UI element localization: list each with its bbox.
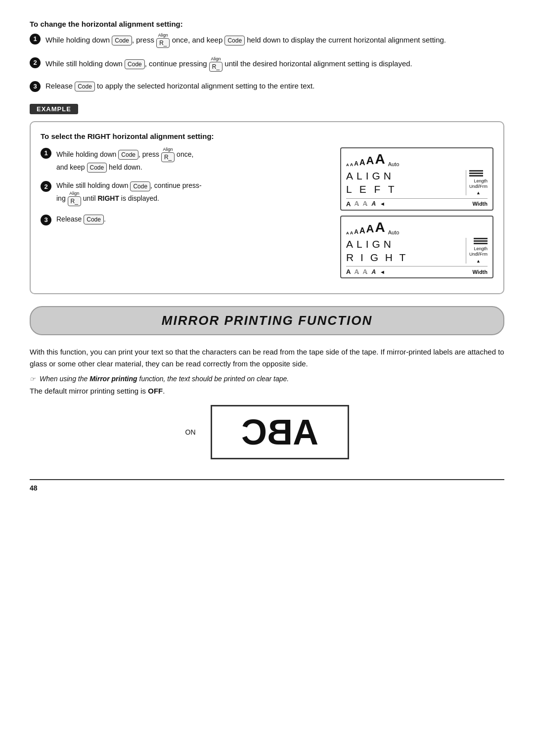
bot-a3: 𝔸 [363,200,367,207]
ex-step-3: 3 Release Code. [41,214,330,225]
mirror-abc-text: ABC [241,412,318,452]
bot-b2: 𝔸 [355,268,359,275]
page-content: To change the horizontal alignment setti… [30,20,504,492]
font-sz-a6: A [375,151,385,167]
mirror-demo: ON ABC [30,405,504,459]
note-text: When using the Mirror printing function,… [40,375,289,383]
bot-a4: A [371,200,376,207]
ex-code-4: Code [84,215,104,224]
arrow-up-1: ▲ [469,190,488,195]
mirror-box: ABC [211,405,349,459]
lcd-display-2: A A A A A A Auto ALIGN R I G H T [340,216,493,279]
code-key-4: Code [75,82,95,91]
step-3: 3 Release Code to apply the selected hor… [30,81,504,92]
bot-b4: A [371,268,376,275]
code-key-1: Code [112,36,132,45]
step-1-content: While holding down Code, press Align R_ … [45,33,504,48]
font-sz-a2: A [350,162,354,167]
code-key-3: Code [125,59,145,69]
font-sz-b1: A [346,231,349,235]
font-sz-a4: A [359,158,365,167]
step-2-num: 2 [30,57,41,68]
ex-step-1: 1 While holding down Code, press Align R… [41,147,330,173]
step-2: 2 While still holding down Code, continu… [30,57,504,72]
on-label: ON [185,428,196,436]
step-2-content: While still holding down Code, continue … [45,57,504,72]
lcd-bottom-2: A 𝔸 𝔸 A ◄ Width [346,266,488,275]
mirror-desc: With this function, you can print your t… [30,346,504,370]
font-sz-a1: A [346,163,349,167]
note-icon: ☞ [30,375,36,383]
font-sz-b4: A [359,226,365,235]
font-sz-b5: A [366,222,374,235]
example-steps: 1 While holding down Code, press Align R… [41,147,330,225]
step-1: 1 While holding down Code, press Align R… [30,33,504,48]
example-title: To select the RIGHT horizontal alignment… [41,132,493,140]
length-label-1: Length [469,178,488,184]
ex-code-3: Code [130,181,150,191]
mirror-header: MIRROR PRINTING FUNCTION [30,306,504,335]
ex-step-3-content: Release Code. [56,214,330,224]
font-sz-b2: A [350,230,354,235]
lcd-displays: A A A A A A Auto ALIGN L E F T [340,147,493,283]
bot-arrow: ◄ [380,201,385,207]
length-label-2: Length [469,246,488,252]
ex-step-3-num: 3 [41,215,51,225]
example-box: To select the RIGHT horizontal alignment… [30,121,504,294]
ex-step-2-num: 2 [41,181,51,192]
section-heading: To change the horizontal alignment setti… [30,20,504,28]
ex-step-1-num: 1 [41,148,51,159]
bot-b3: 𝔸 [363,268,367,275]
ex-r-2: Align R_ [68,191,81,206]
ex-step-2-content: While still holding down Code, continue … [56,180,330,206]
font-sz-b6: A [375,220,385,235]
r-key-1: Align R_ [156,33,170,48]
bot-a1: A [346,200,351,208]
default-line: The default mirror printing setting is O… [30,387,504,395]
mirror-section: MIRROR PRINTING FUNCTION With this funct… [30,306,504,459]
undl-label-2: Undl/Frm [469,252,488,257]
align-icon-left: Length Undl/Frm ▲ [466,170,488,195]
ex-step-2: 2 While still holding down Code, continu… [41,180,330,206]
arrow-up-2: ▲ [469,259,488,264]
bot-b-arrow: ◄ [380,269,385,275]
lcd-bottom-1: A 𝔸 𝔸 A ◄ Width [346,198,488,208]
example-inner: 1 While holding down Code, press Align R… [41,147,493,283]
ex-code-1: Code [118,150,138,160]
auto-label-1: Auto [388,161,400,167]
align-icon-right: Length Undl/Frm ▲ [466,238,488,264]
ex-step-1-content: While holding down Code, press Align R_ … [56,147,330,173]
lcd-align-text-1: ALIGN L E F T [346,169,464,196]
font-sz-a5: A [366,154,374,167]
bot-a2: 𝔸 [355,200,359,207]
ex-code-2: Code [87,163,107,173]
font-sz-b3: A [354,228,358,235]
page-footer: 48 [30,479,504,492]
page-number: 48 [30,484,38,492]
auto-label-2: Auto [388,229,400,235]
step-1-num: 1 [30,34,41,44]
bot-b1: A [346,268,351,275]
width-label-2: Width [473,269,488,275]
example-label: EXAMPLE [30,104,78,114]
lcd-align-text-2: ALIGN R I G H T [346,237,464,265]
font-sz-a3: A [354,160,358,167]
step-3-num: 3 [30,81,41,92]
step-3-content: Release Code to apply the selected horiz… [45,81,504,92]
code-key-2: Code [224,36,245,45]
ex-r-1: Align R_ [161,147,175,162]
note-line: ☞ When using the Mirror printing functio… [30,375,504,383]
r-key-2: Align R_ [209,57,222,72]
width-label-1: Width [473,201,488,207]
undl-label-1: Undl/Frm [469,184,488,189]
lcd-display-1: A A A A A A Auto ALIGN L E F T [340,147,493,211]
